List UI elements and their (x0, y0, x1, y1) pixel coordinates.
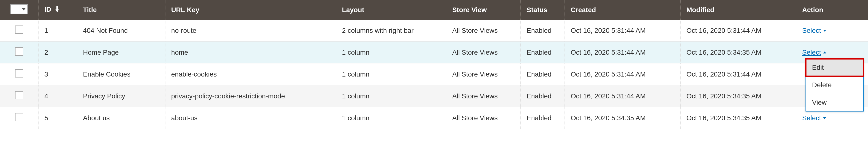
svg-marker-1 (56, 6, 59, 12)
cell-title: Home Page (77, 42, 165, 63)
header-layout[interactable]: Layout (336, 0, 446, 20)
cell-modified: Oct 16, 2020 5:34:35 AM (681, 107, 796, 129)
cell-id: 2 (38, 42, 77, 63)
cell-title: About us (77, 107, 165, 129)
cell-url-key: about-us (165, 107, 336, 129)
dropdown-item-edit[interactable]: Edit (806, 59, 863, 76)
action-select[interactable]: Select (802, 27, 826, 34)
caret-up-icon (823, 52, 826, 53)
cell-store: All Store Views (446, 20, 521, 42)
cell-modified: Oct 16, 2020 5:31:44 AM (681, 63, 796, 85)
cell-url-key: no-route (165, 20, 336, 42)
svg-marker-0 (22, 8, 26, 10)
cell-status: Enabled (521, 20, 565, 42)
row-checkbox[interactable] (15, 91, 23, 99)
row-checkbox[interactable] (15, 69, 23, 78)
header-url-key[interactable]: URL Key (165, 0, 336, 20)
caret-down-icon (823, 30, 826, 32)
cell-action: Edit Delete View (796, 63, 868, 85)
header-title[interactable]: Title (77, 0, 165, 20)
action-select[interactable]: Select (802, 114, 826, 122)
header-created[interactable]: Created (565, 0, 681, 20)
cell-url-key: enable-cookies (165, 63, 336, 85)
row-checkbox[interactable] (15, 47, 23, 56)
cms-pages-grid: ID Title URL Key Layout Store View Statu… (0, 0, 868, 129)
header-id[interactable]: ID (38, 0, 77, 20)
cell-modified: Oct 16, 2020 5:31:44 AM (681, 20, 796, 42)
cell-store: All Store Views (446, 85, 521, 107)
cell-url-key: home (165, 42, 336, 63)
table-row: 5 About us about-us 1 column All Store V… (0, 107, 868, 129)
header-modified[interactable]: Modified (681, 0, 796, 20)
header-row: ID Title URL Key Layout Store View Statu… (0, 0, 868, 20)
action-select[interactable]: Select (802, 49, 826, 56)
header-id-label: ID (44, 6, 51, 13)
table-row: 3 Enable Cookies enable-cookies 1 column… (0, 63, 868, 85)
cell-modified: Oct 16, 2020 5:34:35 AM (681, 85, 796, 107)
select-all-control[interactable] (10, 4, 28, 14)
caret-down-icon (22, 8, 26, 10)
header-status[interactable]: Status (521, 0, 565, 20)
cell-created: Oct 16, 2020 5:31:44 AM (565, 63, 681, 85)
table-row: 4 Privacy Policy privacy-policy-cookie-r… (0, 85, 868, 107)
cell-status: Enabled (521, 107, 565, 129)
row-checkbox[interactable] (15, 113, 23, 121)
cell-status: Enabled (521, 42, 565, 63)
cell-store: All Store Views (446, 42, 521, 63)
select-all-checkbox[interactable] (11, 5, 20, 14)
cell-id: 3 (38, 63, 77, 85)
cell-created: Oct 16, 2020 5:31:44 AM (565, 42, 681, 63)
cell-id: 5 (38, 107, 77, 129)
sort-descending-icon (56, 6, 59, 14)
cell-layout: 1 column (336, 63, 446, 85)
cell-created: Oct 16, 2020 5:31:44 AM (565, 85, 681, 107)
cell-status: Enabled (521, 63, 565, 85)
select-all-dropdown[interactable] (20, 5, 27, 14)
cell-layout: 1 column (336, 85, 446, 107)
cell-id: 1 (38, 20, 77, 42)
table-row: 1 404 Not Found no-route 2 columns with … (0, 20, 868, 42)
table-row: 2 Home Page home 1 column All Store View… (0, 42, 868, 63)
cell-store: All Store Views (446, 107, 521, 129)
cell-url-key: privacy-policy-cookie-restriction-mode (165, 85, 336, 107)
cell-layout: 2 columns with right bar (336, 20, 446, 42)
cell-layout: 1 column (336, 107, 446, 129)
header-select-all (0, 0, 38, 20)
cell-title: Privacy Policy (77, 85, 165, 107)
cell-status: Enabled (521, 85, 565, 107)
cell-action: Select (796, 20, 868, 42)
cell-created: Oct 16, 2020 5:34:35 AM (565, 107, 681, 129)
header-action: Action (796, 0, 868, 20)
dropdown-item-view[interactable]: View (806, 94, 863, 111)
cell-modified: Oct 16, 2020 5:34:35 AM (681, 42, 796, 63)
cell-layout: 1 column (336, 42, 446, 63)
cell-store: All Store Views (446, 63, 521, 85)
cell-id: 4 (38, 85, 77, 107)
cell-title: 404 Not Found (77, 20, 165, 42)
cell-created: Oct 16, 2020 5:31:44 AM (565, 20, 681, 42)
row-checkbox[interactable] (15, 26, 23, 34)
action-dropdown: Edit Delete View (806, 58, 864, 111)
dropdown-item-delete[interactable]: Delete (806, 76, 863, 94)
cell-title: Enable Cookies (77, 63, 165, 85)
caret-down-icon (823, 117, 826, 119)
header-store-view[interactable]: Store View (446, 0, 521, 20)
